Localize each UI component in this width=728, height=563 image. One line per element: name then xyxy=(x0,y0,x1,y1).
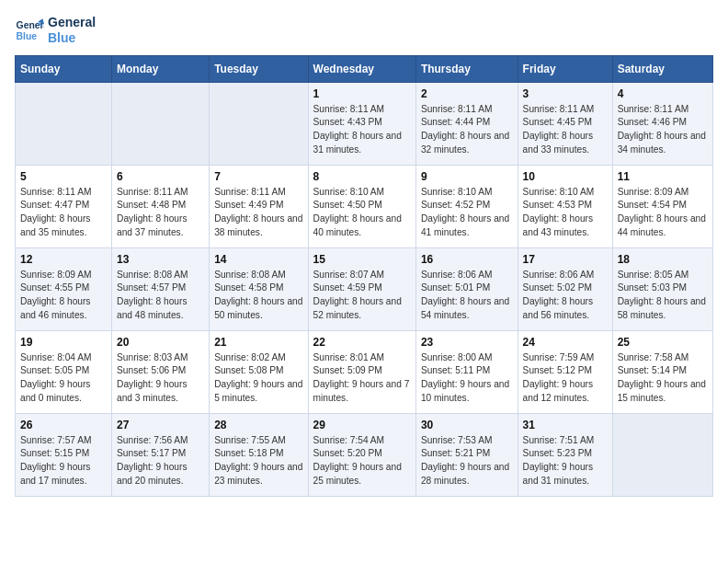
day-info: Sunrise: 7:54 AM Sunset: 5:20 PM Dayligh… xyxy=(313,434,411,488)
day-number: 2 xyxy=(421,87,513,100)
day-info: Sunrise: 8:11 AM Sunset: 4:48 PM Dayligh… xyxy=(117,186,204,240)
day-number: 13 xyxy=(117,253,204,266)
calendar-cell xyxy=(112,82,210,165)
calendar-cell: 2Sunrise: 8:11 AM Sunset: 4:44 PM Daylig… xyxy=(415,82,518,165)
calendar-cell: 20Sunrise: 8:03 AM Sunset: 5:06 PM Dayli… xyxy=(112,330,210,413)
day-number: 10 xyxy=(523,170,608,183)
day-info: Sunrise: 8:11 AM Sunset: 4:49 PM Dayligh… xyxy=(214,186,302,240)
calendar-cell: 24Sunrise: 7:59 AM Sunset: 5:12 PM Dayli… xyxy=(518,330,612,413)
weekday-header-friday: Friday xyxy=(518,55,612,82)
calendar-cell: 8Sunrise: 8:10 AM Sunset: 4:50 PM Daylig… xyxy=(308,165,415,247)
day-number: 17 xyxy=(523,253,608,266)
calendar-cell: 7Sunrise: 8:11 AM Sunset: 4:49 PM Daylig… xyxy=(210,165,308,247)
calendar-cell: 6Sunrise: 8:11 AM Sunset: 4:48 PM Daylig… xyxy=(112,165,210,247)
day-info: Sunrise: 8:11 AM Sunset: 4:45 PM Dayligh… xyxy=(523,103,608,157)
day-number: 14 xyxy=(214,253,302,266)
day-number: 3 xyxy=(523,87,608,100)
calendar-cell xyxy=(210,82,308,165)
calendar-cell: 18Sunrise: 8:05 AM Sunset: 5:03 PM Dayli… xyxy=(612,247,712,330)
day-number: 27 xyxy=(117,419,204,431)
day-info: Sunrise: 8:07 AM Sunset: 4:59 PM Dayligh… xyxy=(313,269,411,323)
day-info: Sunrise: 7:56 AM Sunset: 5:17 PM Dayligh… xyxy=(117,434,204,488)
day-info: Sunrise: 7:53 AM Sunset: 5:21 PM Dayligh… xyxy=(421,434,513,488)
day-info: Sunrise: 8:10 AM Sunset: 4:50 PM Dayligh… xyxy=(313,186,411,240)
weekday-header-tuesday: Tuesday xyxy=(210,55,308,82)
day-info: Sunrise: 7:59 AM Sunset: 5:12 PM Dayligh… xyxy=(523,351,608,406)
calendar-cell: 29Sunrise: 7:54 AM Sunset: 5:20 PM Dayli… xyxy=(308,413,415,496)
day-info: Sunrise: 8:06 AM Sunset: 5:02 PM Dayligh… xyxy=(523,269,608,323)
day-info: Sunrise: 8:00 AM Sunset: 5:11 PM Dayligh… xyxy=(421,351,513,406)
day-number: 12 xyxy=(20,253,107,266)
day-info: Sunrise: 8:11 AM Sunset: 4:44 PM Dayligh… xyxy=(421,103,513,157)
day-number: 6 xyxy=(117,170,204,183)
logo-icon: General Blue xyxy=(15,16,44,45)
day-number: 24 xyxy=(523,336,608,349)
day-info: Sunrise: 8:10 AM Sunset: 4:53 PM Dayligh… xyxy=(523,186,608,240)
calendar-cell: 5Sunrise: 8:11 AM Sunset: 4:47 PM Daylig… xyxy=(16,165,112,247)
day-number: 5 xyxy=(20,170,107,183)
calendar-week-row: 19Sunrise: 8:04 AM Sunset: 5:05 PM Dayli… xyxy=(16,330,713,413)
calendar-cell: 3Sunrise: 8:11 AM Sunset: 4:45 PM Daylig… xyxy=(518,82,612,165)
calendar-cell: 21Sunrise: 8:02 AM Sunset: 5:08 PM Dayli… xyxy=(210,330,308,413)
day-number: 7 xyxy=(214,170,302,183)
day-number: 19 xyxy=(20,336,107,349)
day-number: 11 xyxy=(618,170,708,183)
weekday-header-wednesday: Wednesday xyxy=(308,55,415,82)
day-number: 30 xyxy=(421,419,513,431)
day-number: 22 xyxy=(313,336,411,349)
page-header: General Blue General Blue xyxy=(15,15,713,46)
day-info: Sunrise: 8:02 AM Sunset: 5:08 PM Dayligh… xyxy=(214,351,302,406)
calendar-cell: 25Sunrise: 7:58 AM Sunset: 5:14 PM Dayli… xyxy=(612,330,712,413)
day-number: 31 xyxy=(523,419,608,431)
calendar-cell: 22Sunrise: 8:01 AM Sunset: 5:09 PM Dayli… xyxy=(308,330,415,413)
day-info: Sunrise: 8:11 AM Sunset: 4:47 PM Dayligh… xyxy=(20,186,107,240)
calendar-cell xyxy=(16,82,112,165)
calendar-cell: 10Sunrise: 8:10 AM Sunset: 4:53 PM Dayli… xyxy=(518,165,612,247)
day-info: Sunrise: 8:09 AM Sunset: 4:55 PM Dayligh… xyxy=(20,269,107,323)
day-number: 26 xyxy=(20,419,107,431)
weekday-header-thursday: Thursday xyxy=(415,55,518,82)
day-info: Sunrise: 8:11 AM Sunset: 4:43 PM Dayligh… xyxy=(313,103,411,157)
logo-wordmark: General Blue xyxy=(48,15,96,46)
calendar-week-row: 12Sunrise: 8:09 AM Sunset: 4:55 PM Dayli… xyxy=(16,247,713,330)
day-number: 21 xyxy=(214,336,302,349)
calendar-cell: 30Sunrise: 7:53 AM Sunset: 5:21 PM Dayli… xyxy=(415,413,518,496)
day-info: Sunrise: 8:08 AM Sunset: 4:57 PM Dayligh… xyxy=(117,269,204,323)
calendar-cell: 4Sunrise: 8:11 AM Sunset: 4:46 PM Daylig… xyxy=(612,82,712,165)
day-number: 23 xyxy=(421,336,513,349)
calendar-week-row: 5Sunrise: 8:11 AM Sunset: 4:47 PM Daylig… xyxy=(16,165,713,247)
calendar-cell: 31Sunrise: 7:51 AM Sunset: 5:23 PM Dayli… xyxy=(518,413,612,496)
day-info: Sunrise: 8:09 AM Sunset: 4:54 PM Dayligh… xyxy=(618,186,708,240)
day-number: 8 xyxy=(313,170,411,183)
day-info: Sunrise: 7:58 AM Sunset: 5:14 PM Dayligh… xyxy=(618,351,708,406)
weekday-header-saturday: Saturday xyxy=(612,55,712,82)
day-info: Sunrise: 8:11 AM Sunset: 4:46 PM Dayligh… xyxy=(618,103,708,157)
day-info: Sunrise: 7:57 AM Sunset: 5:15 PM Dayligh… xyxy=(20,434,107,488)
weekday-header-row: SundayMondayTuesdayWednesdayThursdayFrid… xyxy=(16,55,713,82)
logo: General Blue General Blue xyxy=(15,15,96,46)
calendar-cell: 16Sunrise: 8:06 AM Sunset: 5:01 PM Dayli… xyxy=(415,247,518,330)
day-number: 25 xyxy=(618,336,708,349)
day-info: Sunrise: 8:04 AM Sunset: 5:05 PM Dayligh… xyxy=(20,351,107,406)
calendar-cell: 17Sunrise: 8:06 AM Sunset: 5:02 PM Dayli… xyxy=(518,247,612,330)
day-number: 28 xyxy=(214,419,302,431)
calendar-cell: 12Sunrise: 8:09 AM Sunset: 4:55 PM Dayli… xyxy=(16,247,112,330)
calendar-cell: 23Sunrise: 8:00 AM Sunset: 5:11 PM Dayli… xyxy=(415,330,518,413)
svg-text:Blue: Blue xyxy=(17,30,38,40)
day-info: Sunrise: 8:06 AM Sunset: 5:01 PM Dayligh… xyxy=(421,269,513,323)
calendar-cell xyxy=(612,413,712,496)
day-info: Sunrise: 8:10 AM Sunset: 4:52 PM Dayligh… xyxy=(421,186,513,240)
calendar-cell: 1Sunrise: 8:11 AM Sunset: 4:43 PM Daylig… xyxy=(308,82,415,165)
day-number: 29 xyxy=(313,419,411,431)
day-number: 20 xyxy=(117,336,204,349)
day-info: Sunrise: 7:55 AM Sunset: 5:18 PM Dayligh… xyxy=(214,434,302,488)
day-number: 1 xyxy=(313,87,411,100)
calendar-cell: 19Sunrise: 8:04 AM Sunset: 5:05 PM Dayli… xyxy=(16,330,112,413)
day-number: 16 xyxy=(421,253,513,266)
calendar-header: SundayMondayTuesdayWednesdayThursdayFrid… xyxy=(16,55,713,82)
calendar-cell: 27Sunrise: 7:56 AM Sunset: 5:17 PM Dayli… xyxy=(112,413,210,496)
calendar-cell: 9Sunrise: 8:10 AM Sunset: 4:52 PM Daylig… xyxy=(415,165,518,247)
day-number: 9 xyxy=(421,170,513,183)
day-info: Sunrise: 8:03 AM Sunset: 5:06 PM Dayligh… xyxy=(117,351,204,406)
calendar-week-row: 1Sunrise: 8:11 AM Sunset: 4:43 PM Daylig… xyxy=(16,82,713,165)
